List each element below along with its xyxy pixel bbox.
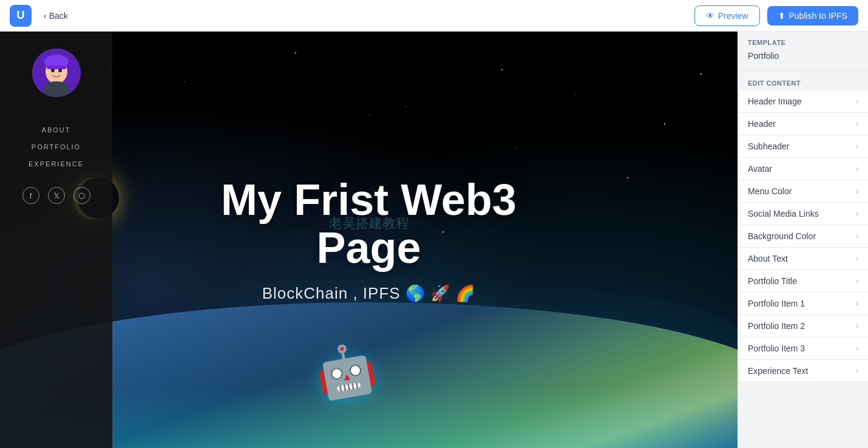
page-title-overlay: My Frist Web3 Page BlockChain , IPFS 🌎 🚀… <box>185 176 554 303</box>
template-value: Portfolio <box>738 49 868 68</box>
chevron-right-icon-background-color: › <box>856 232 858 240</box>
chevron-left-icon: ‹ <box>44 11 47 21</box>
twitter-icon[interactable]: 𝕏 <box>48 187 65 204</box>
chevron-right-icon-subheader: › <box>856 142 858 151</box>
nav-about[interactable]: ABOUT <box>42 121 71 138</box>
header-right: 👁 Preview ⬆ Publish to IPFS <box>694 5 858 26</box>
top-header: U ‹ Back 👁 Preview ⬆ Publish to IPFS <box>0 0 868 32</box>
preview-sidebar: ABOUT PORTFOLIO EXPERIENCE f 𝕏 ⬡ <box>0 32 112 448</box>
header-image-label: Header Image <box>748 97 802 106</box>
instagram-icon[interactable]: ⬡ <box>73 187 90 204</box>
chevron-right-icon-menu-color: › <box>856 187 858 195</box>
facebook-icon[interactable]: f <box>22 187 39 204</box>
portfolio-title-label: Portfolio Title <box>748 276 797 286</box>
menu-color-label: Menu Color <box>748 186 792 196</box>
panel-item-portfolio-item-1[interactable]: Portfolio Item 1 › <box>738 293 868 315</box>
panel-item-social-media-links[interactable]: Social Media Links › <box>738 203 868 225</box>
main-area: ABOUT PORTFOLIO EXPERIENCE f 𝕏 ⬡ 老吴搭建教程 … <box>0 32 868 448</box>
upload-icon: ⬆ <box>778 11 785 21</box>
svg-rect-3 <box>47 66 66 69</box>
chevron-right-icon-about-text: › <box>856 254 858 263</box>
preview-label: Preview <box>718 11 748 21</box>
canvas-area: ABOUT PORTFOLIO EXPERIENCE f 𝕏 ⬡ 老吴搭建教程 … <box>0 32 737 448</box>
publish-button[interactable]: ⬆ Publish to IPFS <box>767 6 859 25</box>
nav-experience[interactable]: EXPERIENCE <box>29 155 84 172</box>
panel-item-header-image[interactable]: Header Image › <box>738 90 868 113</box>
page-subtitle: BlockChain , IPFS 🌎 🚀 🌈 <box>185 285 554 304</box>
svg-point-5 <box>58 69 62 72</box>
eye-icon: 👁 <box>706 11 714 21</box>
chevron-right-icon-header: › <box>856 120 858 128</box>
chevron-right-icon-header-image: › <box>856 97 858 106</box>
header-left: U ‹ Back <box>10 5 73 27</box>
portfolio-item-3-label: Portfolio Item 3 <box>748 344 805 353</box>
chevron-right-icon-experience-text: › <box>856 367 858 375</box>
publish-label: Publish to IPFS <box>789 11 848 21</box>
right-panel: Template Portfolio Edit Content Header I… <box>737 32 868 448</box>
panel-item-header[interactable]: Header › <box>738 113 868 135</box>
social-icons-group: f 𝕏 ⬡ <box>22 187 90 204</box>
back-button[interactable]: ‹ Back <box>39 8 73 23</box>
avatar-label: Avatar <box>748 164 772 174</box>
panel-item-subheader[interactable]: Subheader › <box>738 135 868 158</box>
panel-item-menu-color[interactable]: Menu Color › <box>738 180 868 203</box>
chevron-right-icon-portfolio-item-2: › <box>856 322 858 330</box>
chevron-right-icon-social-media-links: › <box>856 209 858 218</box>
back-label: Back <box>49 11 68 21</box>
panel-item-experience-text[interactable]: Experience Text › <box>738 360 868 382</box>
header-label: Header <box>748 119 776 129</box>
about-text-label: About Text <box>748 254 788 263</box>
nav-portfolio[interactable]: PORTFOLIO <box>32 138 81 155</box>
logo-letter: U <box>17 9 25 22</box>
background-color-label: Background Color <box>748 231 816 241</box>
edit-content-section-header: Edit Content <box>738 73 868 90</box>
chevron-right-icon-portfolio-item-3: › <box>856 344 858 353</box>
panel-item-portfolio-item-2[interactable]: Portfolio Item 2 › <box>738 315 868 338</box>
portfolio-item-2-label: Portfolio Item 2 <box>748 321 805 331</box>
panel-item-portfolio-item-3[interactable]: Portfolio Item 3 › <box>738 338 868 360</box>
preview-button[interactable]: 👁 Preview <box>694 5 760 26</box>
portfolio-item-1-label: Portfolio Item 1 <box>748 299 805 308</box>
experience-text-label: Experience Text <box>748 366 808 376</box>
chevron-right-icon-avatar: › <box>856 165 858 173</box>
page-main-title: My Frist Web3 Page <box>185 176 554 272</box>
logo-icon: U <box>10 5 32 27</box>
chevron-right-icon-portfolio-title: › <box>856 277 858 285</box>
panel-item-avatar[interactable]: Avatar › <box>738 158 868 180</box>
chevron-right-icon-portfolio-item-1: › <box>856 299 858 308</box>
social-media-links-label: Social Media Links <box>748 209 819 219</box>
panel-item-about-text[interactable]: About Text › <box>738 248 868 270</box>
subheader-label: Subheader <box>748 141 790 151</box>
panel-item-background-color[interactable]: Background Color › <box>738 225 868 248</box>
divider-1 <box>738 70 868 71</box>
panel-item-portfolio-title[interactable]: Portfolio Title › <box>738 270 868 293</box>
template-section-header: Template <box>738 32 868 49</box>
svg-point-4 <box>51 69 55 72</box>
avatar-preview <box>32 49 81 97</box>
spaceman-decoration: 🤖 <box>311 338 381 404</box>
